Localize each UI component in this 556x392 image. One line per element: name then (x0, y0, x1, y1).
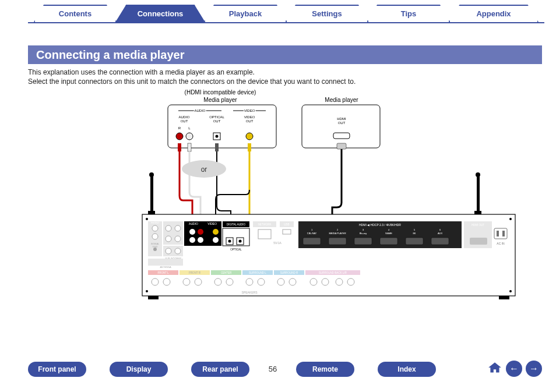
svg-rect-75 (502, 231, 505, 236)
device-right-title: Media player (325, 97, 358, 103)
svg-rect-58 (303, 238, 321, 245)
hdmi-incompatible-label: (HDMI incompatible device) (185, 89, 256, 96)
tab-tips[interactable]: Tips (367, 5, 450, 22)
grp-audio-label: AUDIO (194, 109, 205, 112)
device-left-title: Media player (203, 97, 237, 103)
svg-point-50 (239, 240, 242, 243)
svg-rect-16 (150, 175, 153, 214)
svg-rect-74 (497, 231, 499, 236)
svg-point-13 (509, 218, 512, 220)
svg-rect-63 (431, 238, 449, 245)
audio-r-label: R (178, 126, 181, 130)
section-title: Connecting a media player (28, 45, 542, 64)
antenna-right (474, 172, 481, 214)
hdmi-port-5-label: 8K (413, 232, 416, 235)
svg-point-44 (213, 237, 219, 243)
svg-point-103 (347, 278, 354, 285)
svg-point-101 (322, 278, 329, 285)
svg-rect-11 (499, 296, 509, 299)
hdmi-port-4-label: GAME (385, 232, 392, 235)
svg-rect-73 (494, 228, 507, 239)
hdmi-port-2-label: MEDIA PLAYER (329, 232, 346, 235)
svg-text:NETWORK: NETWORK (258, 223, 272, 226)
svg-point-6 (216, 135, 219, 138)
svg-text:AC IN: AC IN (497, 242, 505, 245)
svg-point-4 (186, 133, 193, 140)
svg-rect-18 (148, 211, 155, 214)
svg-point-15 (509, 290, 512, 292)
btn-display[interactable]: Display (110, 362, 168, 377)
svg-text:SURROUND BACK L/R: SURROUND BACK L/R (319, 271, 347, 274)
svg-rect-61 (380, 238, 397, 245)
next-page-icon[interactable]: → (526, 361, 542, 377)
svg-point-102 (336, 278, 343, 285)
svg-text:SURROUND L: SURROUND L (249, 271, 266, 274)
prev-page-icon[interactable]: ← (506, 361, 522, 377)
svg-text:USB: USB (284, 223, 289, 226)
tab-appendix[interactable]: Appendix (449, 5, 539, 22)
svg-point-100 (310, 278, 317, 285)
svg-text:PHONO: PHONO (151, 221, 160, 224)
hdmi-port-6-label: AUX (438, 232, 443, 235)
svg-point-95 (226, 278, 233, 285)
svg-point-92 (183, 278, 190, 285)
svg-text:5V/1A: 5V/1A (273, 241, 281, 245)
svg-point-41 (189, 237, 195, 243)
btn-rear-panel[interactable]: Rear panel (191, 362, 249, 377)
svg-point-23 (152, 225, 158, 231)
svg-rect-19 (477, 175, 480, 214)
composite-plug-top (248, 143, 251, 151)
svg-point-93 (195, 278, 202, 285)
svg-point-34 (166, 248, 171, 254)
svg-point-7 (246, 133, 253, 140)
svg-point-43 (213, 229, 219, 235)
svg-point-35 (175, 248, 181, 254)
connection-diagram: (HDMI incompatible device) Media player … (28, 86, 542, 325)
svg-point-14 (146, 290, 148, 292)
btn-index[interactable]: Index (378, 362, 436, 377)
hdmi-plug-top (337, 143, 346, 149)
speakers-group-label: SPEAKERS (242, 291, 258, 294)
svg-point-94 (214, 278, 221, 285)
svg-rect-37 (148, 259, 183, 266)
svg-point-29 (166, 225, 171, 231)
hdmi-port-3-label: Blu-ray (360, 232, 367, 235)
cable-hdmi (332, 149, 342, 225)
tab-settings[interactable]: Settings (286, 5, 368, 22)
rear-video-label: VIDEO (207, 222, 217, 225)
or-label: or (201, 165, 207, 174)
svg-rect-21 (474, 211, 481, 214)
cable-rca-red (180, 151, 192, 221)
home-icon[interactable] (487, 361, 502, 378)
svg-point-48 (228, 240, 231, 243)
svg-point-30 (175, 225, 181, 231)
svg-point-31 (166, 236, 171, 242)
svg-rect-60 (354, 238, 372, 245)
svg-rect-53 (258, 229, 271, 239)
svg-rect-56 (283, 229, 291, 234)
svg-point-3 (176, 133, 183, 140)
tab-contents[interactable]: Contents (34, 5, 117, 22)
svg-text:ANTENNA: ANTENNA (160, 266, 171, 269)
tab-connections[interactable]: Connections (115, 5, 205, 22)
rear-audio-label: AUDIO (189, 222, 198, 225)
rca-white-plug-top (188, 143, 191, 151)
svg-point-32 (175, 236, 181, 242)
svg-rect-59 (329, 238, 346, 245)
svg-rect-0 (168, 105, 276, 148)
svg-rect-10 (148, 296, 159, 299)
intro-line-2: Select the input connectors on this unit… (28, 77, 535, 86)
svg-text:HDMI OUT: HDMI OUT (471, 224, 484, 227)
svg-point-97 (258, 278, 265, 285)
svg-point-42 (198, 237, 203, 243)
tab-playback[interactable]: Playback (204, 5, 287, 22)
btn-front-panel[interactable]: Front panel (28, 362, 86, 377)
svg-text:CENTER: CENTER (221, 271, 232, 274)
svg-point-20 (476, 172, 480, 177)
bottom-bar: Front panel Display Rear panel 56 Remote… (28, 362, 542, 379)
intro-line-1: This explanation uses the connection wit… (28, 68, 535, 77)
btn-remote[interactable]: Remote (296, 362, 354, 377)
svg-rect-28 (163, 221, 183, 245)
svg-text:FRONT R: FRONT R (189, 271, 201, 274)
svg-point-91 (163, 278, 170, 285)
